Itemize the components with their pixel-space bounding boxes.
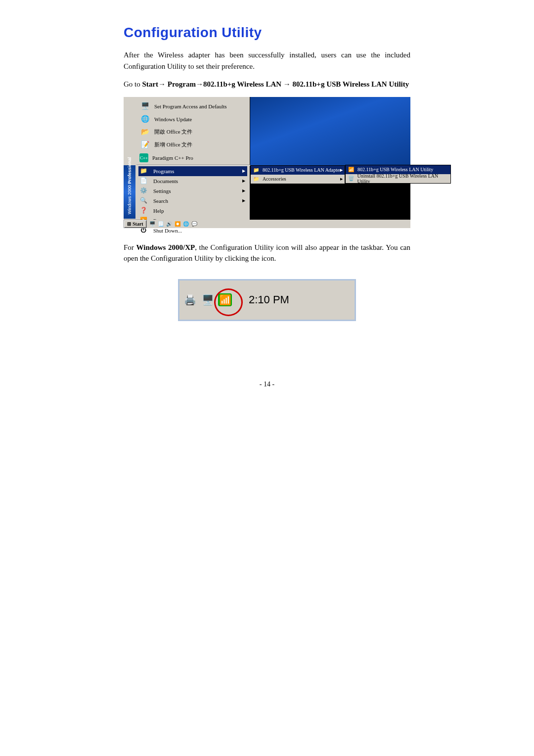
quick-launch-icon[interactable]: 🖥️ bbox=[149, 220, 156, 227]
help-icon: ❓ bbox=[138, 207, 148, 215]
label: Uninstall 802.11b+g USB Wireless LAN Uti… bbox=[357, 173, 448, 184]
start-menu-screenshot: 🖥️ Set Program Access and Defaults 🌐 Win… bbox=[124, 97, 410, 228]
submenu-item-wlan-adapter[interactable]: 📁 802.11b+g USB Wireless LAN Adapter ▶ bbox=[251, 166, 345, 175]
submenu-arrow-icon: ▶ bbox=[242, 169, 245, 173]
menu-item-documents[interactable]: 📄 Documents ▶ bbox=[138, 176, 247, 186]
windows-brand-stripe: Windows 2000 Professional bbox=[124, 165, 135, 219]
start-menu-panel: 🖥️ Set Program Access and Defaults 🌐 Win… bbox=[124, 97, 250, 228]
windows-version: Windows 2000/XP bbox=[136, 243, 195, 251]
label: Accessories bbox=[263, 176, 286, 182]
label: Windows Update bbox=[154, 116, 192, 122]
menu-item-set-program-access[interactable]: 🖥️ Set Program Access and Defaults bbox=[139, 100, 243, 113]
windows-update-icon: 🌐 bbox=[139, 114, 150, 125]
arrow-icon: → bbox=[283, 80, 291, 88]
menu-item-new-office[interactable]: 📝 新增 Office 文件 bbox=[139, 139, 243, 151]
label: 802.11b+g USB Wireless LAN Adapter bbox=[263, 167, 341, 173]
intro-paragraph: After the Wireless adapter has been succ… bbox=[124, 49, 410, 72]
goto-start: Start bbox=[142, 80, 159, 88]
stripe-label: Windows 2000 Professional bbox=[127, 175, 132, 214]
settings-icon: ⚙️ bbox=[138, 187, 148, 195]
submenu-item-uninstall[interactable]: 🗑️ Uninstall 802.11b+g USB Wireless LAN … bbox=[346, 174, 450, 183]
label: 802.11b+g USB Wireless LAN Utility bbox=[357, 167, 433, 172]
folder-icon: 📁 bbox=[253, 175, 260, 183]
folder-icon: 📁 bbox=[253, 166, 260, 174]
programs-icon: 📁 bbox=[138, 167, 148, 175]
start-label: Start bbox=[133, 221, 143, 227]
label: 新增 Office 文件 bbox=[154, 141, 192, 148]
quick-launch-icon[interactable]: ⏺️ bbox=[174, 220, 181, 227]
submenu-arrow-icon: ▶ bbox=[242, 189, 245, 193]
page-title: Configuration Utility bbox=[124, 25, 410, 41]
submenu-item-accessories[interactable]: 📁 Accessories ▶ bbox=[251, 175, 345, 184]
menu-item-settings[interactable]: ⚙️ Settings ▶ bbox=[138, 186, 247, 196]
windows-logo-icon: ⊞ bbox=[127, 221, 131, 227]
system-tray-time: 2:10 PM bbox=[249, 293, 289, 306]
goto-prefix: Go to bbox=[124, 80, 142, 88]
quick-launch-icon[interactable]: 🌐 bbox=[182, 220, 189, 227]
paradigm-icon: C++ bbox=[139, 153, 148, 162]
tray-network-icon[interactable]: 🖥️ bbox=[200, 293, 215, 307]
submenu-arrow-icon: ▶ bbox=[242, 198, 245, 203]
goto-path1: 802.11b+g Wireless LAN bbox=[203, 80, 281, 88]
quick-launch-icon[interactable]: 💬 bbox=[191, 220, 198, 227]
label: 開啟 Office 文件 bbox=[154, 128, 192, 136]
menu-item-paradigm[interactable]: C++ Paradigm C++ Pro bbox=[139, 151, 243, 164]
goto-path2: 802.11b+g USB Wireless LAN Utility bbox=[293, 80, 409, 88]
menu-item-windows-update[interactable]: 🌐 Windows Update bbox=[139, 113, 243, 126]
submenu-arrow-icon: ▶ bbox=[242, 179, 245, 183]
wlan-submenu: 📶 802.11b+g USB Wireless LAN Utility 🗑️ … bbox=[345, 165, 451, 184]
label: Settings bbox=[153, 188, 171, 194]
label: Set Program Access and Defaults bbox=[154, 103, 227, 109]
black-background bbox=[250, 181, 410, 220]
system-tray-screenshot: 🖨️ 🖥️ 📶 2:10 PM bbox=[178, 279, 356, 321]
menu-item-programs[interactable]: 📁 Programs ▶ bbox=[138, 166, 247, 176]
highlighted-tray-icon-area: 📶 bbox=[218, 293, 232, 306]
menu-item-open-office[interactable]: 📂 開啟 Office 文件 bbox=[139, 126, 243, 139]
start-menu-top-section: 🖥️ Set Program Access and Defaults 🌐 Win… bbox=[139, 100, 243, 164]
quick-launch-icon[interactable]: 📃 bbox=[157, 220, 164, 227]
label: Paradigm C++ Pro bbox=[152, 155, 193, 161]
menu-item-search[interactable]: 🔍 Search ▶ bbox=[138, 196, 247, 206]
office-new-icon: 📝 bbox=[139, 140, 150, 150]
program-access-icon: 🖥️ bbox=[139, 101, 150, 112]
office-open-icon: 📂 bbox=[139, 127, 150, 138]
programs-submenu: 📁 802.11b+g USB Wireless LAN Adapter ▶ 📁… bbox=[250, 165, 345, 184]
menu-item-help[interactable]: ❓ Help bbox=[138, 206, 247, 216]
goto-program: Program bbox=[168, 80, 196, 88]
desktop-background bbox=[250, 97, 410, 165]
start-button[interactable]: ⊞ Start bbox=[124, 220, 147, 228]
tray-wlan-utility-icon[interactable]: 📶 bbox=[218, 293, 232, 306]
label: Help bbox=[153, 208, 164, 214]
taskbar: ⊞ Start 🖥️ 📃 🔊 ⏺️ 🌐 💬 bbox=[124, 220, 410, 228]
uninstall-icon: 🗑️ bbox=[348, 175, 354, 183]
for-prefix: For bbox=[124, 243, 136, 251]
goto-paragraph: Go to Start→ Program→802.11b+g Wireless … bbox=[124, 79, 410, 90]
search-icon: 🔍 bbox=[138, 197, 148, 205]
menu-separator bbox=[136, 165, 250, 165]
arrow-icon: → bbox=[196, 80, 203, 88]
label: Shut Down... bbox=[153, 228, 182, 234]
arrow-icon: → bbox=[158, 80, 166, 88]
label: Search bbox=[153, 198, 168, 204]
label: Programs bbox=[153, 168, 174, 174]
quick-launch: 🖥️ 📃 🔊 ⏺️ 🌐 💬 bbox=[149, 220, 198, 227]
tray-printer-icon[interactable]: 🖨️ bbox=[182, 293, 197, 307]
submenu-arrow-icon: ▶ bbox=[340, 168, 343, 172]
documents-icon: 📄 bbox=[138, 177, 148, 185]
quick-launch-icon[interactable]: 🔊 bbox=[166, 220, 173, 227]
windows-2000-paragraph: For Windows 2000/XP, the Configuration U… bbox=[124, 242, 410, 264]
label: Documents bbox=[153, 178, 178, 184]
utility-icon: 📶 bbox=[348, 166, 355, 174]
page-number: - 14 - bbox=[124, 380, 410, 388]
submenu-arrow-icon: ▶ bbox=[340, 177, 343, 181]
